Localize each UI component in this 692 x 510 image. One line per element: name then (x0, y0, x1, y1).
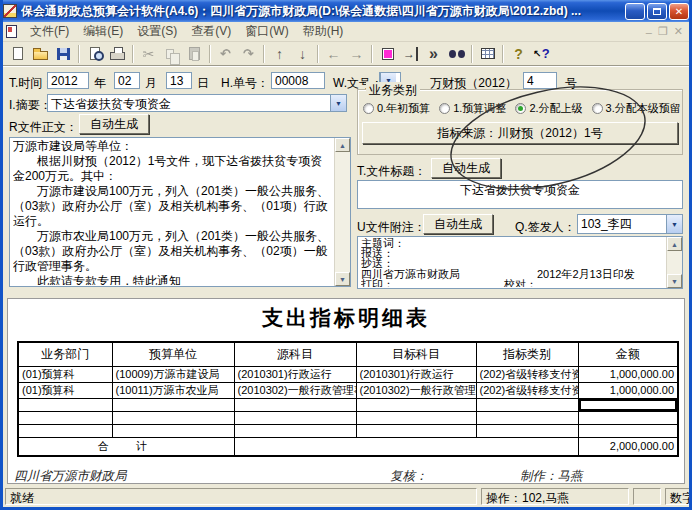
table-cell[interactable] (578, 424, 678, 437)
menu-file[interactable]: 文件(F) (23, 21, 76, 42)
table-cell[interactable]: 1,000,000.00 (578, 382, 678, 398)
move-up-icon[interactable] (268, 43, 291, 65)
business-category-group: 业务类别 0.年初预算1.预算调整2.分配上级3.分配本级预留 指标来源：川财预… (357, 89, 683, 155)
autogen-body-button[interactable]: 自动生成 (79, 114, 149, 134)
help-icon[interactable] (507, 43, 530, 65)
table-cell[interactable]: (10009)万源市建设局 (112, 366, 234, 382)
refno-input[interactable] (523, 72, 557, 89)
find-icon[interactable] (445, 43, 468, 65)
print-icon[interactable] (106, 43, 129, 65)
table-cell[interactable] (18, 411, 112, 424)
table-cell[interactable]: (202)省级转移支付资金 (476, 382, 578, 398)
table-cell[interactable]: 1,000,000.00 (578, 366, 678, 382)
scroll-down-icon[interactable]: ▼ (335, 272, 350, 286)
radio-option[interactable]: 3.分配本级预留 (592, 101, 681, 116)
table-cell[interactable] (112, 411, 234, 424)
table-cell[interactable]: (10011)万源市农业局 (112, 382, 234, 398)
year-input[interactable] (47, 72, 89, 89)
chevron-down-icon[interactable]: ▼ (330, 95, 346, 111)
move-down-icon[interactable] (291, 43, 314, 65)
docno-input[interactable] (271, 72, 325, 89)
month-input[interactable] (114, 72, 140, 89)
maximize-button[interactable] (647, 3, 667, 20)
autogen-title-button[interactable]: 自动生成 (431, 158, 501, 178)
minimize-button[interactable]: _ (625, 3, 645, 20)
day-input[interactable] (166, 72, 192, 89)
radio-icon[interactable] (439, 103, 450, 114)
radio-icon[interactable] (515, 103, 526, 114)
scroll-up-icon[interactable]: ▲ (667, 237, 682, 251)
radio-label: 0.年初预算 (377, 101, 430, 116)
table-cell[interactable] (234, 411, 356, 424)
table-cell[interactable] (356, 411, 476, 424)
table-cell[interactable]: (2010301)行政运行 (234, 366, 356, 382)
new-icon[interactable] (6, 43, 29, 65)
summary-combo[interactable]: 下达省拨扶贫专项资金 ▼ (47, 94, 347, 112)
menu-settings[interactable]: 设置(S) (130, 21, 184, 42)
table-cell[interactable]: (2010301)行政运行 (356, 366, 476, 382)
signer-value: 103_李四 (578, 215, 666, 233)
table-cell[interactable] (476, 398, 578, 411)
back-icon[interactable] (322, 43, 345, 65)
image-icon[interactable] (376, 43, 399, 65)
mdi-restore-icon[interactable]: ❐ (658, 25, 668, 38)
table-cell[interactable] (234, 424, 356, 437)
toolbar-separator (209, 45, 211, 63)
table-cell[interactable] (234, 398, 356, 411)
toolbar-separator (263, 45, 265, 63)
menu-edit[interactable]: 编辑(E) (76, 21, 130, 42)
radio-option[interactable]: 1.预算调整 (439, 101, 506, 116)
table-cell[interactable] (578, 411, 678, 424)
note-textarea[interactable]: 主题词： 报送： 抄送： 四川省万源市财政局 2012年2月13日印发 打印： … (357, 236, 683, 289)
mdi-window-buttons: – ❐ ✕ (646, 25, 689, 38)
app-icon (3, 4, 17, 18)
forward-icon[interactable] (345, 43, 368, 65)
table-cell[interactable] (476, 424, 578, 437)
signer-combo[interactable]: 103_李四 ▼ (577, 214, 683, 234)
paste-icon (183, 43, 206, 65)
table-cell[interactable]: (2010302)一般行政管理事务 (356, 382, 476, 398)
table-cell[interactable] (18, 398, 112, 411)
toolbar-separator (78, 45, 80, 63)
table-cell[interactable] (356, 424, 476, 437)
table-cell[interactable] (356, 398, 476, 411)
note-scrollbar[interactable]: ▲ ▼ (666, 237, 682, 288)
move-down-glyph (299, 46, 306, 62)
mdi-close-icon[interactable]: ✕ (674, 25, 683, 38)
table-cell[interactable]: (202)省级转移支付资金 (476, 366, 578, 382)
body-scrollbar[interactable]: ▲ ▼ (334, 138, 350, 286)
table-cell[interactable] (112, 424, 234, 437)
print-preview-icon[interactable] (83, 43, 106, 65)
table-cell[interactable]: (01)预算科 (18, 382, 112, 398)
menu-window[interactable]: 窗口(W) (238, 21, 295, 42)
table-cell[interactable] (18, 424, 112, 437)
table-cell[interactable] (476, 411, 578, 424)
close-button[interactable]: ✕ (669, 3, 689, 20)
autogen-note-button[interactable]: 自动生成 (423, 214, 493, 234)
menu-view[interactable]: 查看(V) (184, 21, 238, 42)
radio-option[interactable]: 0.年初预算 (363, 101, 430, 116)
indicator-source-button[interactable]: 指标来源：川财预（2012）1号 (362, 122, 678, 144)
menu-help[interactable]: 帮助(H) (296, 21, 351, 42)
radio-icon[interactable] (592, 103, 603, 114)
table-cell[interactable]: (01)预算科 (18, 366, 112, 382)
radio-option[interactable]: 2.分配上级 (515, 101, 582, 116)
table-cell[interactable] (578, 398, 678, 411)
table-cell[interactable] (112, 398, 234, 411)
mdi-minimize-icon[interactable]: – (646, 26, 652, 38)
scroll-down-icon[interactable]: ▼ (667, 274, 682, 288)
calculator-icon[interactable] (476, 43, 499, 65)
open-icon[interactable] (29, 43, 52, 65)
radio-icon[interactable] (363, 103, 374, 114)
context-help-icon[interactable] (530, 43, 553, 65)
goto-last-icon[interactable] (399, 43, 422, 65)
save-icon[interactable] (52, 43, 75, 65)
table-cell[interactable]: (2010302)一般行政管理事务 (234, 382, 356, 398)
scroll-up-icon[interactable]: ▲ (335, 138, 350, 152)
fast-forward-icon[interactable] (422, 43, 445, 65)
file-title-box[interactable]: 下达省拨扶贫专项资金 (357, 180, 683, 209)
column-header: 源科目 (234, 342, 356, 366)
copy-icon (160, 43, 183, 65)
chevron-down-icon[interactable]: ▼ (666, 215, 682, 233)
body-textarea[interactable]: 万源市建设局等单位： 根据川财预（2012）1号文件，现下达省拨扶贫专项资金20… (9, 137, 351, 287)
